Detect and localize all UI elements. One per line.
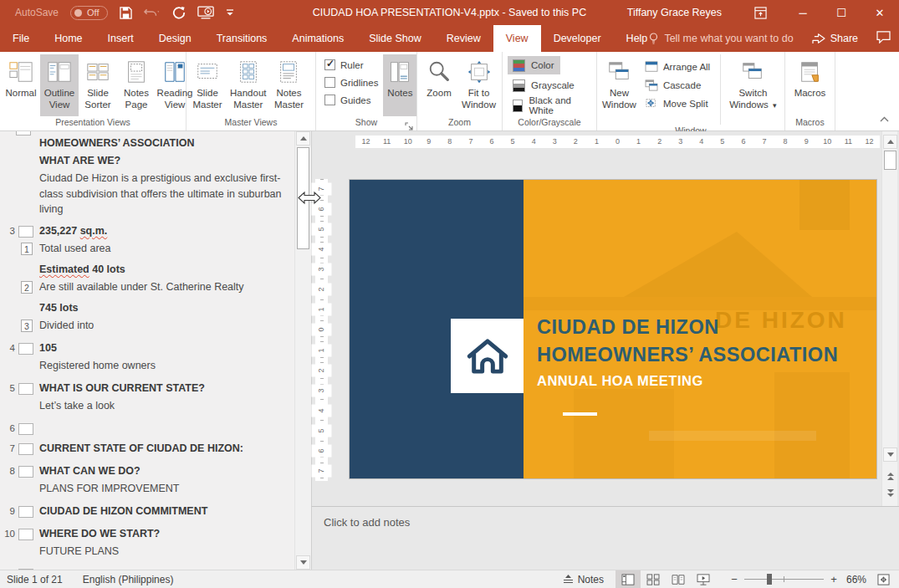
outline-text-row[interactable]: Registered home owners [39, 357, 289, 375]
maximize-button[interactable]: ☐ [822, 0, 861, 25]
outline-item-slide-6[interactable]: 6 [0, 420, 293, 435]
home-logo-box[interactable] [451, 319, 524, 393]
tell-me-box[interactable]: Tell me what you want to do [649, 33, 793, 45]
arrange-all-button[interactable]: Arrange All [640, 58, 715, 76]
user-name[interactable]: Tiffany Grace Reyes [627, 7, 722, 18]
slide-sorter-button[interactable]: Slide Sorter [79, 54, 117, 116]
outline-item-slide-8[interactable]: 8WHAT CAN WE DO?PLANS FOR IMPROVEMENT [0, 463, 293, 498]
outline-item-slide-5[interactable]: 5WHAT IS OUR CURRENT STATE?Let’s take a … [0, 380, 293, 415]
zoom-slider-thumb[interactable] [767, 574, 772, 585]
undo-icon[interactable] [144, 7, 161, 18]
outline-text-row[interactable]: WHAT IS OUR CURRENT STATE? [39, 380, 289, 397]
outline-text-row[interactable]: FUTURE PLANS [39, 543, 289, 560]
notes-page-button[interactable]: Notes Page [117, 54, 156, 116]
outline-text-row[interactable]: 2Are still available under St. Catherine… [39, 279, 289, 296]
outline-text-row[interactable]: 3Divided into [39, 317, 289, 335]
tab-slide-show[interactable]: Slide Show [356, 25, 434, 52]
zoom-level[interactable]: 66% [840, 574, 872, 585]
title-textbox[interactable]: CIUDAD DE HIZON HOMEOWNERS’ ASSOCIATION … [537, 314, 838, 389]
slideshow-toggle[interactable] [691, 570, 716, 588]
outline-text-row[interactable]: Ciudad De Hizon is a prestigious and exc… [39, 171, 289, 217]
tab-home[interactable]: Home [42, 25, 94, 52]
customize-qat-icon[interactable] [226, 8, 234, 17]
tab-design[interactable]: Design [146, 25, 204, 52]
slide-scrollbar[interactable] [881, 131, 897, 506]
outline-item-slide-4[interactable]: 4105Registered home owners [0, 340, 293, 375]
outline-item[interactable]: HOMEOWNERS’ ASSOCIATIONWHAT ARE WE?Ciuda… [0, 135, 293, 217]
notes-pane[interactable]: Click to add notes [311, 506, 899, 570]
notes-toggle-button[interactable]: Notes [383, 54, 416, 116]
macros-button[interactable]: Macros [791, 54, 830, 116]
scrollbar-thumb[interactable] [884, 151, 896, 170]
guides-checkbox[interactable]: Guides [324, 95, 378, 105]
outline-item-slide-7[interactable]: 7CURRENT STATE OF CIUDAD DE HIZON: [0, 440, 293, 458]
close-button[interactable]: ✕ [861, 0, 899, 25]
previous-slide-icon[interactable] [883, 469, 897, 483]
scroll-down-icon[interactable] [883, 447, 897, 462]
outline-text-row[interactable]: CIUDAD DE HIZON COMMITMENT [39, 503, 289, 520]
show-dialog-launcher-icon[interactable] [405, 119, 415, 129]
normal-view-toggle[interactable] [616, 570, 641, 588]
start-slideshow-icon[interactable] [197, 6, 214, 19]
ribbon-display-options-icon[interactable] [743, 0, 777, 25]
tab-view[interactable]: View [493, 25, 541, 52]
new-window-button[interactable]: New Window [599, 54, 640, 116]
zoom-button[interactable]: Zoom [420, 54, 458, 116]
move-split-button[interactable]: Move Split [640, 95, 715, 113]
outline-text-row[interactable]: HOMEOWNERS’ ASSOCIATION [39, 135, 289, 152]
tab-developer[interactable]: Developer [541, 25, 614, 52]
next-slide-icon[interactable] [883, 486, 897, 500]
outline-view-button[interactable]: Outline View [40, 54, 79, 116]
reading-view-toggle[interactable] [666, 570, 691, 588]
color-button[interactable]: Color [508, 56, 560, 74]
save-icon[interactable] [120, 7, 132, 19]
normal-view-button[interactable]: Normal [2, 54, 40, 116]
grayscale-button[interactable]: Grayscale [508, 76, 581, 95]
outline-item-slide-3[interactable]: 3235,227 sq.m.1Total used areaEstimated … [0, 222, 293, 335]
minimize-button[interactable]: ─ [784, 0, 822, 25]
scroll-down-icon[interactable] [296, 555, 310, 570]
switch-windows-button[interactable]: Switch Windows ▾ [726, 54, 779, 116]
tab-insert[interactable]: Insert [95, 25, 146, 52]
outline-item-slide-9[interactable]: 9CIUDAD DE HIZON COMMITMENT [0, 503, 293, 520]
handout-master-button[interactable]: Handout Master [227, 54, 269, 116]
scroll-up-icon[interactable] [296, 131, 310, 146]
outline-text-row[interactable]: 235,227 sq.m. [39, 222, 289, 240]
language-indicator[interactable]: English (Philippines) [74, 574, 182, 585]
autosave-toggle[interactable]: Off [70, 6, 107, 20]
tab-transitions[interactable]: Transitions [204, 25, 280, 52]
outline-pane[interactable]: HOMEOWNERS’ ASSOCIATIONWHAT ARE WE?Ciuda… [0, 131, 311, 570]
vertical-ruler[interactable]: 765432101234567 [315, 179, 328, 481]
outline-text-row[interactable]: 1Total used area [39, 240, 289, 258]
slide-canvas[interactable]: DE HIZON CIUDAD DE HIZON HOMEOWNERS’ ASS… [350, 180, 876, 478]
outline-text-row[interactable]: PLANS FOR IMPROVEMENT [39, 480, 289, 498]
notes-master-button[interactable]: Notes Master [269, 54, 308, 116]
outline-text-row[interactable]: WHAT ARE WE? [39, 152, 289, 170]
fit-slide-to-window-icon[interactable] [872, 570, 894, 588]
zoom-slider[interactable] [744, 579, 824, 580]
comments-icon[interactable] [876, 31, 891, 47]
zoom-out-icon[interactable]: − [728, 573, 741, 585]
notes-toggle[interactable]: Notes [551, 570, 616, 588]
slide-sorter-toggle[interactable] [641, 570, 666, 588]
outline-text-row[interactable]: WHERE DO WE START? [39, 525, 289, 543]
outline-text-row[interactable]: 745 lots [39, 299, 289, 317]
slide-editor-area[interactable]: 1211109876543210123456789101112 76543210… [311, 131, 899, 506]
tab-animations[interactable]: Animations [279, 25, 356, 52]
notes-placeholder[interactable]: Click to add notes [312, 507, 899, 529]
cascade-button[interactable]: Cascade [640, 76, 715, 95]
gridlines-checkbox[interactable]: Gridlines [324, 77, 378, 88]
black-and-white-button[interactable]: Black and White [508, 96, 591, 115]
tab-review[interactable]: Review [434, 25, 493, 52]
outline-text-row[interactable]: Let’s take a look [39, 397, 289, 415]
collapse-ribbon-icon[interactable] [880, 110, 889, 125]
horizontal-ruler[interactable]: 1211109876543210123456789101112 [355, 135, 880, 148]
slide-master-button[interactable]: Slide Master [188, 54, 227, 116]
tab-file[interactable]: File [0, 25, 42, 52]
outline-text-row[interactable]: Estimated 40 lots [39, 261, 289, 279]
scroll-up-icon[interactable] [883, 135, 897, 149]
outline-item-slide-10[interactable]: 10WHERE DO WE START?FUTURE PLANS [0, 525, 293, 560]
outline-text-row[interactable]: CURRENT STATE OF CIUDAD DE HIZON: [39, 440, 289, 458]
ruler-checkbox[interactable]: ✓ Ruler [324, 59, 378, 70]
fit-to-window-button[interactable]: Fit to Window [458, 54, 499, 116]
